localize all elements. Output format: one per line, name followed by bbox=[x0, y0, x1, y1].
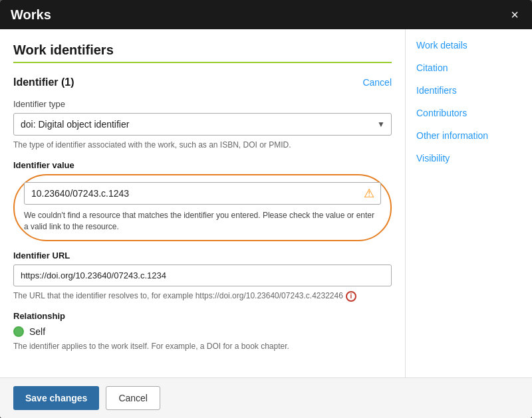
sidebar: Work details Citation Identifiers Contri… bbox=[406, 29, 532, 377]
relationship-hint: The identifier applies to the work itsel… bbox=[13, 341, 392, 352]
relationship-self-label: Self bbox=[29, 326, 45, 337]
modal-body: Work identifiers Identifier (1) Cancel I… bbox=[0, 29, 532, 377]
sidebar-item-identifiers[interactable]: Identifiers bbox=[416, 85, 521, 96]
identifier-value-label: Identifier value bbox=[13, 160, 392, 170]
identifier-url-input[interactable] bbox=[13, 264, 392, 286]
sidebar-item-citation[interactable]: Citation bbox=[416, 62, 521, 73]
identifier-value-warning-text: We couldn't find a resource that matches… bbox=[24, 205, 381, 234]
titlebar: Works × bbox=[0, 0, 532, 29]
identifier-url-hint-row: The URL that the identifier resolves to,… bbox=[13, 290, 392, 302]
modal: Works × Work identifiers Identifier (1) … bbox=[0, 0, 532, 418]
section-header: Identifier (1) Cancel bbox=[13, 76, 392, 88]
sidebar-item-other-information[interactable]: Other information bbox=[416, 130, 521, 141]
main-content: Work identifiers Identifier (1) Cancel I… bbox=[0, 29, 406, 377]
relationship-self-row: Self bbox=[13, 326, 392, 337]
close-button[interactable]: × bbox=[508, 7, 521, 23]
relationship-label: Relationship bbox=[13, 311, 392, 321]
modal-title: Works bbox=[11, 7, 51, 23]
heading-divider bbox=[13, 62, 392, 63]
sidebar-item-work-details[interactable]: Work details bbox=[416, 40, 521, 51]
identifier-url-label: Identifier URL bbox=[13, 251, 392, 261]
info-icon: i bbox=[346, 291, 356, 302]
sidebar-item-visibility[interactable]: Visibility bbox=[416, 153, 521, 163]
identifier-type-select[interactable]: doi: Digital object identifier bbox=[13, 113, 392, 136]
identifier-url-hint-text: The URL that the identifier resolves to,… bbox=[13, 290, 343, 302]
identifier-value-warning-box: ⚠ We couldn't find a resource that match… bbox=[13, 174, 392, 242]
radio-self-icon bbox=[13, 326, 24, 337]
footer-cancel-button[interactable]: Cancel bbox=[106, 386, 160, 410]
identifier-value-wrapper: ⚠ bbox=[24, 182, 381, 205]
section-title: Identifier (1) bbox=[13, 76, 74, 88]
warning-triangle-icon: ⚠ bbox=[364, 186, 374, 201]
sidebar-item-contributors[interactable]: Contributors bbox=[416, 108, 521, 118]
page-heading: Work identifiers bbox=[13, 43, 392, 58]
identifier-type-label: Identifier type bbox=[13, 99, 392, 109]
cancel-link[interactable]: Cancel bbox=[362, 77, 392, 88]
sidebar-nav: Work details Citation Identifiers Contri… bbox=[416, 40, 521, 163]
identifier-type-hint: The type of identifier associated with t… bbox=[13, 140, 392, 151]
identifier-value-input[interactable] bbox=[24, 182, 381, 205]
modal-footer: Save changes Cancel bbox=[0, 377, 532, 418]
identifier-type-select-wrapper: doi: Digital object identifier ▼ bbox=[13, 113, 392, 136]
save-changes-button[interactable]: Save changes bbox=[13, 386, 99, 410]
